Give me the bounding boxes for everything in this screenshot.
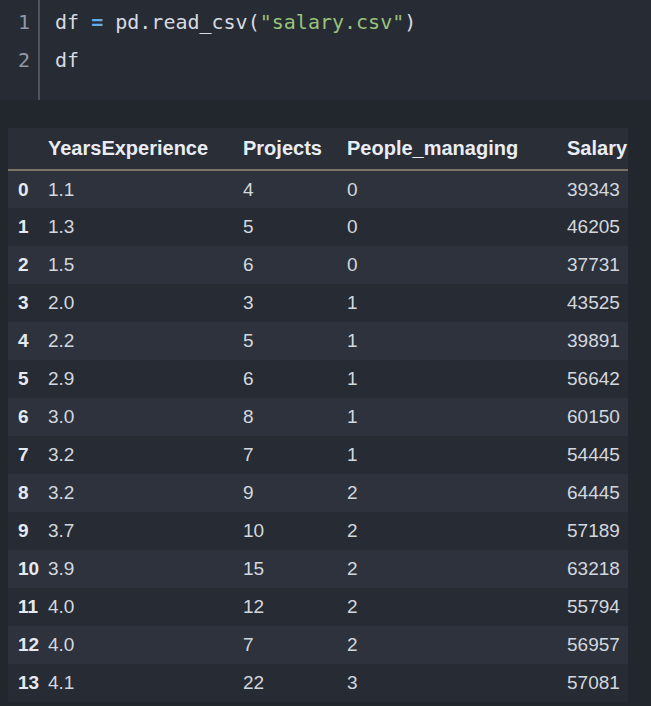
code-text[interactable]: df = pd.read_csv("salary.csv") — [30, 3, 416, 41]
cell: 4 — [243, 170, 347, 208]
cell: 1 — [347, 436, 567, 474]
notebook-view: 1df = pd.read_csv("salary.csv")2df Years… — [0, 0, 651, 706]
cell: 60150 — [567, 398, 628, 436]
cell: 57189 — [567, 512, 628, 550]
table-row: 73.27154445 — [8, 436, 628, 474]
code-line[interactable]: 2df — [0, 41, 651, 79]
cell: 1 — [347, 284, 567, 322]
cell: 1.1 — [48, 170, 243, 208]
row-index: 2 — [8, 246, 48, 284]
cell: 54445 — [567, 436, 628, 474]
row-index: 5 — [8, 360, 48, 398]
cell: 39343 — [567, 170, 628, 208]
code-token-string: "salary.csv" — [260, 10, 405, 34]
table-header-row: YearsExperienceProjectsPeople_managingSa… — [8, 128, 628, 170]
cell: 46205 — [567, 208, 628, 246]
table-row: 11.35046205 — [8, 208, 628, 246]
column-header: Salary — [567, 128, 628, 170]
table-row: 01.14039343 — [8, 170, 628, 208]
code-editor[interactable]: 1df = pd.read_csv("salary.csv")2df — [0, 3, 651, 79]
cell: 55794 — [567, 588, 628, 626]
cell: 5 — [243, 208, 347, 246]
code-token-plain: ) — [404, 10, 416, 34]
cell: 0 — [347, 208, 567, 246]
cell: 6 — [243, 360, 347, 398]
table-row: 52.96156642 — [8, 360, 628, 398]
dataframe-output: YearsExperienceProjectsPeople_managingSa… — [8, 128, 628, 702]
cell: 56642 — [567, 360, 628, 398]
cell: 22 — [243, 664, 347, 702]
cell: 1.5 — [48, 246, 243, 284]
table-row: 93.710257189 — [8, 512, 628, 550]
line-number: 1 — [0, 3, 30, 41]
cell: 2 — [347, 474, 567, 512]
cell: 3.7 — [48, 512, 243, 550]
cell: 3.2 — [48, 474, 243, 512]
cell: 37731 — [567, 246, 628, 284]
index-column-header — [8, 128, 48, 170]
cell: 0 — [347, 170, 567, 208]
cell: 2 — [347, 550, 567, 588]
gutter-divider — [38, 0, 40, 100]
row-index: 1 — [8, 208, 48, 246]
cell: 9 — [243, 474, 347, 512]
code-token-plain: pd.read_csv( — [103, 10, 260, 34]
dataframe-table: YearsExperienceProjectsPeople_managingSa… — [8, 128, 628, 702]
cell: 2.9 — [48, 360, 243, 398]
cell: 4.0 — [48, 626, 243, 664]
table-row: 83.29264445 — [8, 474, 628, 512]
cell: 56957 — [567, 626, 628, 664]
table-row: 21.56037731 — [8, 246, 628, 284]
cell: 64445 — [567, 474, 628, 512]
cell: 1 — [347, 322, 567, 360]
line-number: 2 — [0, 41, 30, 79]
cell: 63218 — [567, 550, 628, 588]
cell: 7 — [243, 436, 347, 474]
row-index: 0 — [8, 170, 48, 208]
cell: 2.2 — [48, 322, 243, 360]
cell: 4.0 — [48, 588, 243, 626]
cell: 12 — [243, 588, 347, 626]
row-index: 8 — [8, 474, 48, 512]
cell: 3.2 — [48, 436, 243, 474]
cell: 10 — [243, 512, 347, 550]
cell: 1 — [347, 398, 567, 436]
cell: 7 — [243, 626, 347, 664]
column-header: YearsExperience — [48, 128, 243, 170]
row-index: 6 — [8, 398, 48, 436]
row-index: 10 — [8, 550, 48, 588]
cell: 15 — [243, 550, 347, 588]
table-row: 63.08160150 — [8, 398, 628, 436]
table-row: 32.03143525 — [8, 284, 628, 322]
cell: 1 — [347, 360, 567, 398]
cell: 3 — [347, 664, 567, 702]
code-line[interactable]: 1df = pd.read_csv("salary.csv") — [0, 3, 651, 41]
table-row: 42.25139891 — [8, 322, 628, 360]
table-row: 103.915263218 — [8, 550, 628, 588]
cell: 3 — [243, 284, 347, 322]
code-token-operator: = — [91, 10, 103, 34]
row-index: 3 — [8, 284, 48, 322]
cell: 39891 — [567, 322, 628, 360]
cell: 6 — [243, 246, 347, 284]
row-index: 4 — [8, 322, 48, 360]
row-index: 13 — [8, 664, 48, 702]
cell: 2 — [347, 626, 567, 664]
code-token-plain: df — [55, 48, 79, 72]
cell: 43525 — [567, 284, 628, 322]
table-row: 114.012255794 — [8, 588, 628, 626]
cell: 1.3 — [48, 208, 243, 246]
code-cell[interactable]: 1df = pd.read_csv("salary.csv")2df — [0, 0, 651, 100]
cell: 57081 — [567, 664, 628, 702]
row-index: 9 — [8, 512, 48, 550]
row-index: 11 — [8, 588, 48, 626]
row-index: 7 — [8, 436, 48, 474]
column-header: People_managing — [347, 128, 567, 170]
cell: 8 — [243, 398, 347, 436]
cell: 5 — [243, 322, 347, 360]
cell: 0 — [347, 246, 567, 284]
cell: 4.1 — [48, 664, 243, 702]
cell: 3.0 — [48, 398, 243, 436]
cell: 3.9 — [48, 550, 243, 588]
cell: 2.0 — [48, 284, 243, 322]
